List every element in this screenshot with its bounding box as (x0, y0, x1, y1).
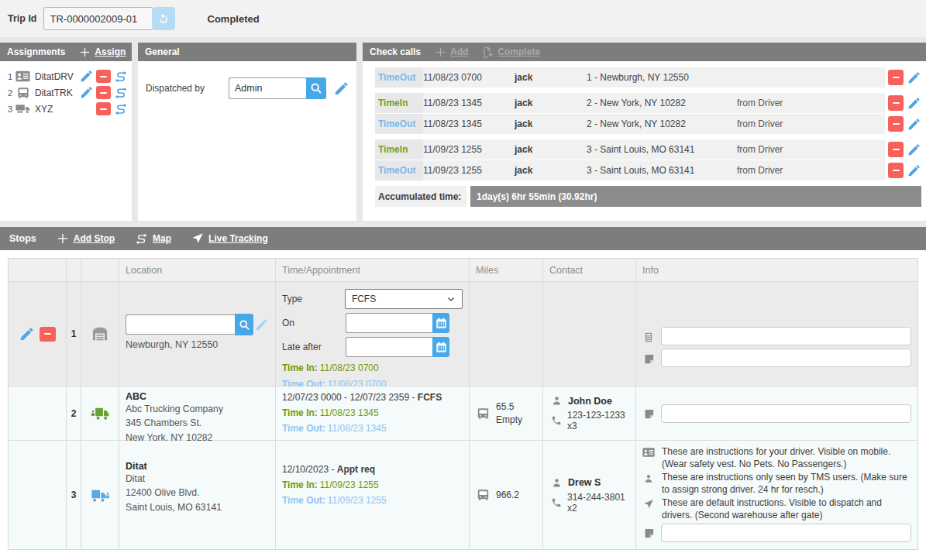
appointment-type-select[interactable]: FCFS (345, 289, 463, 309)
complete-check-calls-button[interactable]: Complete (482, 46, 540, 58)
trip-refresh-button[interactable] (152, 7, 175, 30)
check-calls-title: Check calls (370, 46, 421, 57)
stop-number: 3 (67, 441, 81, 549)
add-stop-button[interactable]: Add Stop (57, 232, 115, 245)
plus-icon (57, 232, 69, 245)
assignment-row-trailer: 3 XYZ (5, 101, 129, 117)
check-call-datetime: 11/08/23 1345 (423, 119, 515, 129)
appointment-late-after-calendar-button[interactable] (432, 337, 449, 357)
assignment-name: XYZ (33, 104, 76, 115)
column-header-actions (9, 259, 67, 281)
assignment-row-truck: 2 DitatTRK (5, 84, 129, 101)
check-call-source: from Driver (737, 119, 885, 129)
remove-assignment-button[interactable] (96, 86, 111, 99)
time-in-value: 11/08/23 1345 (320, 407, 379, 418)
stop-note-input[interactable] (661, 349, 911, 367)
edit-check-call-button[interactable] (906, 70, 921, 85)
check-call-location: 2 - New York, NY 10282 (587, 98, 737, 108)
stop-location-search-button[interactable] (235, 314, 253, 335)
trip-id-label: Trip Id (8, 13, 37, 24)
pencil-icon (80, 70, 93, 83)
live-tracking-button[interactable]: Live Tracking (191, 232, 268, 245)
check-call-type: TimeIn (375, 93, 423, 113)
route-icon (114, 102, 128, 116)
time-in-label: Time In: (282, 407, 318, 418)
check-call-location: 2 - New York, NY 10282 (587, 119, 737, 129)
remove-check-call-button[interactable] (888, 70, 904, 85)
dispatched-by-search-button[interactable] (306, 77, 326, 99)
check-call-row: TimeOut 11/08/23 0700 jack 1 - Newburgh,… (375, 67, 921, 88)
column-header-time: Time/Appointment (276, 259, 470, 281)
contact-name: John Doe (568, 396, 612, 407)
edit-assignment-button[interactable] (78, 69, 94, 84)
stops-title: Stops (9, 233, 36, 244)
route-history-button[interactable] (113, 70, 129, 84)
route-history-button[interactable] (113, 86, 129, 100)
default-instructions-text: These are default instructions. Visible … (662, 497, 911, 522)
complete-doc-icon (482, 46, 494, 58)
calendar-icon (435, 318, 447, 329)
stops-toolbar: Stops Add Stop Map Live Tracking (0, 227, 926, 250)
assignments-title: Assignments (7, 46, 65, 57)
route-history-button[interactable] (113, 102, 129, 116)
edit-assignment-placeholder (78, 101, 94, 117)
calculator-icon (642, 329, 655, 344)
check-call-source: from Driver (737, 98, 885, 108)
stop-location-search-input[interactable] (126, 314, 235, 335)
pencil-icon (907, 143, 921, 156)
trip-id-input[interactable] (43, 7, 152, 30)
appointment-late-after-input[interactable] (346, 337, 432, 357)
check-call-row: TimeOut 11/08/23 1345 jack 2 - New York,… (375, 114, 921, 134)
appointment-on-calendar-button[interactable] (432, 313, 449, 333)
edit-check-call-button[interactable] (906, 163, 921, 178)
time-in-label: Time In: (282, 479, 318, 490)
remove-assignment-button[interactable] (96, 102, 111, 115)
note-icon (642, 407, 655, 420)
column-header-stop-type (81, 259, 119, 281)
accumulated-time-row: Accumulated time: 1day(s) 6hr 55min (30.… (375, 186, 921, 207)
stop-number: 2 (67, 387, 81, 441)
stop-company-name: ABC (126, 391, 269, 402)
remove-check-call-button[interactable] (888, 116, 904, 132)
check-call-location: 3 - Saint Louis, MO 63141 (587, 165, 737, 176)
remove-assignment-button[interactable] (96, 70, 111, 83)
remove-check-call-button[interactable] (888, 142, 904, 157)
send-icon (642, 497, 655, 522)
edit-check-call-button[interactable] (906, 142, 921, 157)
pencil-icon (334, 81, 349, 96)
stop-row: 3 Ditat Ditat 12400 Olive Blvd. Saint Lo… (9, 441, 917, 549)
edit-check-call-button[interactable] (906, 116, 921, 132)
remove-check-call-button[interactable] (888, 163, 904, 178)
edit-assignment-button[interactable] (78, 85, 94, 101)
stop-row: 2 ABC Abc Trucking Company 345 Chambers … (9, 387, 917, 441)
time-out-label: Time Out: (282, 423, 325, 434)
stops-table-header: Location Time/Appointment Miles Contact … (9, 259, 917, 282)
appointment-on-input[interactable] (346, 313, 432, 333)
edit-dispatched-by-button[interactable] (333, 81, 349, 96)
stop-note-input[interactable] (661, 404, 911, 423)
column-header-number (67, 259, 81, 281)
person-icon (551, 477, 563, 489)
chevron-down-icon (446, 294, 456, 304)
stop-miles: 65.5 (496, 400, 522, 414)
calendar-icon (435, 342, 447, 353)
map-button[interactable]: Map (135, 232, 171, 246)
dispatched-by-input[interactable] (229, 77, 306, 99)
stop-note-input[interactable] (661, 524, 911, 542)
check-call-datetime: 11/09/23 1255 (423, 144, 515, 155)
check-call-type: TimeIn (375, 139, 423, 160)
edit-stop-button[interactable] (19, 326, 35, 342)
check-call-row: TimeOut 11/09/23 1255 jack 3 - Saint Lou… (375, 160, 921, 180)
assignment-index: 2 (5, 88, 12, 98)
stop-reference-input[interactable] (661, 327, 911, 345)
add-check-call-button[interactable]: Add (435, 46, 468, 58)
remove-stop-button[interactable] (40, 327, 56, 342)
remove-check-call-button[interactable] (888, 95, 904, 111)
assign-button[interactable]: Assign (79, 46, 126, 58)
plus-icon (435, 46, 446, 58)
edit-stop-location-button[interactable] (253, 317, 269, 332)
assignment-index: 3 (5, 105, 12, 114)
stop-address-line: 12400 Olive Blvd. (126, 486, 269, 500)
edit-check-call-button[interactable] (906, 95, 921, 111)
map-route-icon (135, 232, 148, 246)
